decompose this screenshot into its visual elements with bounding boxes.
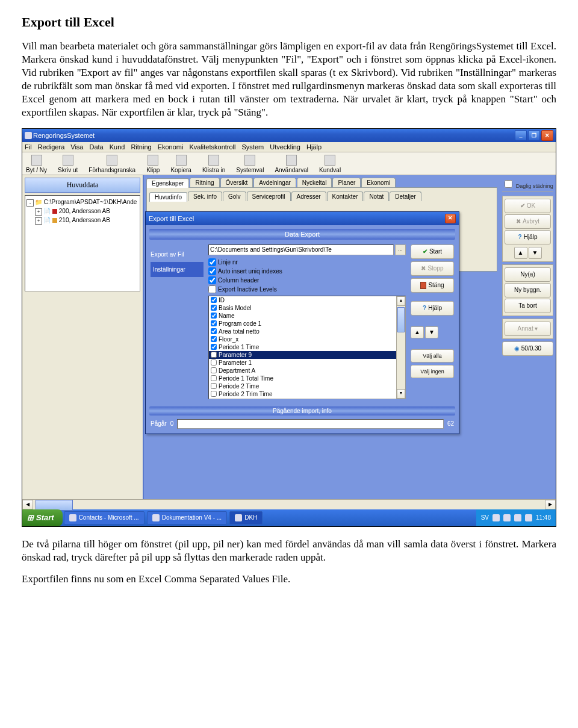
- chk-linje-nr[interactable]: [208, 258, 216, 266]
- list-item-checkbox[interactable]: [211, 297, 217, 303]
- field-listbox[interactable]: IDBasis ModelNameProgram code 1Area tota…: [208, 296, 406, 399]
- tray-lang[interactable]: SV: [481, 514, 489, 521]
- dialog-close-button[interactable]: ✕: [445, 214, 456, 223]
- move-down-button[interactable]: ▼: [425, 326, 438, 338]
- scroll-thumb[interactable]: [397, 307, 405, 332]
- list-item-checkbox[interactable]: [211, 344, 217, 350]
- tab-avdelningar[interactable]: Avdelningar: [253, 178, 296, 187]
- tb-kundval[interactable]: Kundval: [319, 155, 341, 173]
- valj-ingen-button[interactable]: Välj ingen: [411, 365, 454, 378]
- list-item[interactable]: Periode 1 Total Time: [209, 375, 405, 382]
- stang-button[interactable]: Stäng: [411, 278, 454, 293]
- tree-item-210[interactable]: +📄 210, Andersson AB: [26, 216, 138, 225]
- menu-data[interactable]: Data: [89, 143, 103, 151]
- tab-nyckeltal[interactable]: Nyckeltal: [297, 178, 332, 187]
- minimize-button[interactable]: _: [515, 130, 527, 141]
- annat-button[interactable]: Annat ▾: [505, 322, 551, 336]
- menu-utveckling[interactable]: Utveckling: [270, 143, 300, 151]
- list-item-checkbox[interactable]: [211, 313, 217, 319]
- menu-ritning[interactable]: Ritning: [131, 143, 151, 151]
- list-item[interactable]: Basis Model: [209, 304, 405, 312]
- menu-system[interactable]: System: [242, 143, 264, 151]
- avbryt-button[interactable]: ✖Avbryt: [505, 214, 551, 229]
- nya-button[interactable]: Ny(a): [505, 267, 551, 282]
- tab-ekonomi[interactable]: Ekonomi: [361, 178, 396, 187]
- browse-button[interactable]: ...: [395, 244, 406, 255]
- tree-root[interactable]: -📁 C:\Program\APSDAT~1\DKH\Ande: [26, 198, 138, 207]
- chk-column-header[interactable]: [208, 276, 216, 284]
- list-item-checkbox[interactable]: [211, 367, 217, 373]
- tray-icon-2[interactable]: [503, 514, 511, 521]
- menu-fil[interactable]: Fil: [25, 143, 32, 151]
- subtab-golv[interactable]: Golv: [223, 191, 246, 201]
- ok-button[interactable]: ✔OK: [505, 199, 551, 213]
- list-item[interactable]: Department A: [209, 367, 405, 375]
- subtab-adresser[interactable]: Adresser: [291, 191, 326, 201]
- hscroll-left-button[interactable]: ◀: [22, 500, 33, 509]
- taskbar-item-contacts[interactable]: Contacts - Microsoft ...: [64, 511, 144, 524]
- chk-daglig[interactable]: [505, 180, 512, 188]
- menu-ekonomi[interactable]: Ekonomi: [158, 143, 184, 151]
- hscroll-thumb[interactable]: [36, 500, 73, 511]
- nybyggn-button[interactable]: Ny byggn.: [505, 283, 551, 297]
- list-item-checkbox[interactable]: [211, 328, 217, 334]
- tab-oversikt[interactable]: Översikt: [220, 178, 253, 187]
- tb-forhandsgranska[interactable]: Förhandsgranska: [89, 155, 135, 173]
- tb-klistrain[interactable]: Klistra in: [202, 155, 225, 173]
- horizontal-scrollbar[interactable]: ◀ ▶: [22, 499, 556, 509]
- export-path-input[interactable]: [208, 244, 394, 255]
- menu-hjalp[interactable]: Hjälp: [306, 143, 322, 151]
- move-up-button[interactable]: ▲: [411, 326, 424, 338]
- list-item[interactable]: Periode 2 Trim Time: [209, 390, 405, 398]
- tb-anvandarval[interactable]: Användarval: [275, 155, 308, 173]
- list-item[interactable]: Periode 1 Trim Time: [209, 398, 405, 399]
- list-item[interactable]: Area total netto: [209, 328, 405, 335]
- valj-alla-button[interactable]: Välj alla: [411, 349, 454, 362]
- chk-auto-uniq[interactable]: [208, 267, 216, 275]
- tab-planer[interactable]: Planer: [332, 178, 361, 187]
- list-item[interactable]: Parameter 9: [209, 351, 405, 359]
- scroll-up-button[interactable]: ▲: [397, 296, 405, 306]
- list-item[interactable]: Floor_x: [209, 335, 405, 343]
- list-item-checkbox[interactable]: [211, 399, 217, 399]
- list-item-checkbox[interactable]: [211, 320, 217, 326]
- right-down-button[interactable]: ▼: [529, 247, 542, 259]
- subtab-detaljer[interactable]: Detaljer: [390, 191, 421, 201]
- tb-bytny[interactable]: Byt / Ny: [26, 155, 47, 173]
- start-button[interactable]: ✔Start: [411, 244, 454, 259]
- tab-ritning[interactable]: Ritning: [190, 178, 219, 187]
- start-menu-button[interactable]: ⊞Start: [22, 509, 63, 526]
- hjalp-button[interactable]: ?Hjälp: [411, 301, 454, 316]
- stopp-button[interactable]: ✖Stopp: [411, 261, 454, 276]
- list-item-checkbox[interactable]: [211, 305, 217, 311]
- menu-visa[interactable]: Visa: [70, 143, 83, 151]
- tabort-button[interactable]: Ta bort: [505, 299, 551, 313]
- taskbar-item-dkh[interactable]: DKH: [229, 511, 263, 524]
- chk-export-inactive[interactable]: [208, 285, 216, 293]
- subtab-kontakter[interactable]: Kontakter: [327, 191, 364, 201]
- list-item-checkbox[interactable]: [211, 383, 217, 389]
- right-up-button[interactable]: ▲: [514, 247, 527, 259]
- list-item[interactable]: Program code 1: [209, 320, 405, 328]
- list-item-checkbox[interactable]: [211, 359, 217, 366]
- list-item[interactable]: Periode 2 Time: [209, 382, 405, 390]
- tree[interactable]: -📁 C:\Program\APSDAT~1\DKH\Ande +📄 200, …: [25, 195, 140, 291]
- list-item[interactable]: Name: [209, 312, 405, 320]
- tree-item-200[interactable]: +📄 200, Andersson AB: [26, 207, 138, 216]
- hscroll-right-button[interactable]: ▶: [545, 500, 556, 509]
- list-item-checkbox[interactable]: [211, 391, 217, 397]
- list-item[interactable]: ID: [209, 296, 405, 304]
- tray-icon-3[interactable]: [514, 514, 521, 521]
- list-item-checkbox[interactable]: [211, 336, 217, 342]
- menu-kvalitet[interactable]: Kvalitetskontroll: [189, 143, 235, 151]
- tb-klipp[interactable]: Klipp: [146, 155, 160, 173]
- taskbar-item-dokumentation[interactable]: Dokumentation V4 - ...: [147, 511, 228, 524]
- tb-systemval[interactable]: Systemval: [236, 155, 264, 173]
- subtab-serviceprofil[interactable]: Serviceprofil: [247, 191, 291, 201]
- close-button[interactable]: ✕: [541, 130, 553, 141]
- tb-kopiera[interactable]: Kopiera: [170, 155, 191, 173]
- tb-skrivut[interactable]: Skriv ut: [58, 155, 78, 173]
- list-item-checkbox[interactable]: [211, 375, 217, 381]
- hjalp-right-button[interactable]: ?Hjälp: [505, 230, 551, 244]
- ratio-button[interactable]: ◉ 50/0.30: [502, 341, 553, 356]
